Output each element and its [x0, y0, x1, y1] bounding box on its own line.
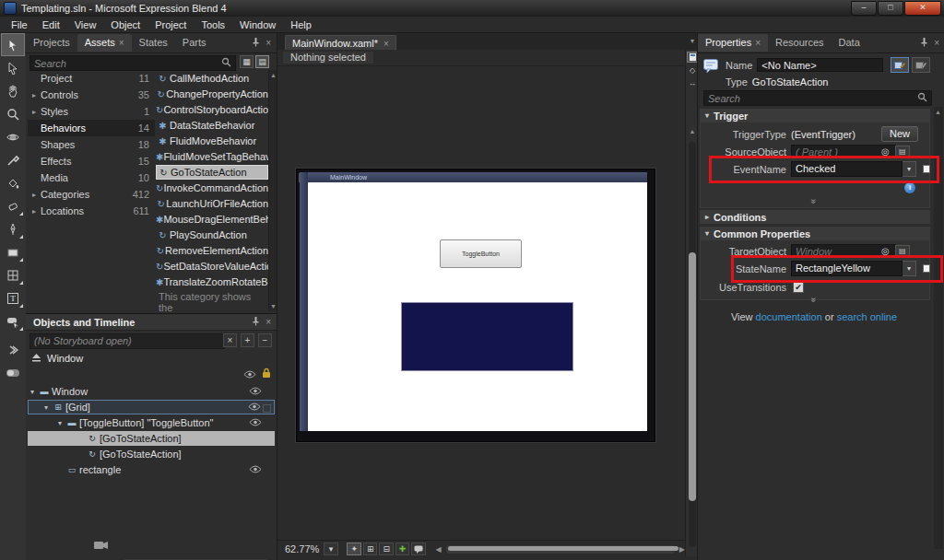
advanced-options-icon[interactable] — [923, 264, 930, 273]
tab-states[interactable]: States — [132, 34, 175, 52]
collapse-icon[interactable]: ▾ — [28, 388, 37, 396]
info-icon[interactable]: i — [904, 182, 915, 193]
advanced-options-icon[interactable] — [923, 165, 930, 173]
close-button[interactable]: ✕ — [904, 1, 941, 16]
paint-bucket-tool[interactable] — [1, 171, 25, 194]
section-common-properties[interactable]: ▾ Common Properties — [700, 227, 930, 240]
asset-category-behaviors[interactable]: Behaviors14 — [28, 120, 155, 136]
eye-icon[interactable] — [243, 369, 256, 380]
lock-icon[interactable] — [262, 368, 271, 380]
design-rectangle[interactable] — [401, 302, 573, 371]
menu-object[interactable]: Object — [103, 17, 148, 33]
eye-icon[interactable] — [249, 464, 262, 475]
tab-close-icon[interactable]: × — [119, 38, 124, 48]
section-trigger[interactable]: ▾ Trigger — [700, 109, 930, 122]
edit-style-icon[interactable] — [891, 57, 909, 73]
asset-item[interactable]: ↻SetDataStoreValueAction — [156, 259, 268, 274]
layout-grid-tool[interactable] — [1, 263, 25, 286]
pin-icon[interactable] — [252, 317, 260, 328]
tree-node-window[interactable]: ▾ ▬ Window — [28, 384, 275, 399]
asset-item[interactable]: ✱TranslateZoomRotateBehavi... — [156, 274, 268, 289]
properties-scrollbar[interactable]: ▲ — [934, 107, 943, 549]
view-details-icon[interactable]: ▤ — [255, 55, 269, 68]
direct-selection-tool[interactable] — [1, 56, 25, 79]
asset-category-locations[interactable]: ▸Locations611 — [28, 203, 155, 219]
timeline-camera-icon[interactable] — [94, 541, 109, 552]
scroll-up-icon[interactable]: ▲ — [934, 109, 942, 115]
expand-section-chevron-icon[interactable]: » — [698, 294, 930, 304]
element-picker-icon[interactable]: ◎ — [881, 146, 890, 157]
snap-to-grid-icon[interactable]: ⊟ — [379, 542, 393, 555]
design-canvas[interactable]: ToggleButton — [308, 182, 647, 431]
data-bind-icon[interactable]: ▤ — [895, 146, 910, 158]
panel-close-icon[interactable]: × — [266, 38, 271, 48]
properties-search-input[interactable] — [703, 90, 932, 106]
eye-icon[interactable] — [248, 402, 261, 413]
edit-template-icon[interactable] — [912, 57, 930, 73]
tree-node-togglebutton[interactable]: ▾ ▬ [ToggleButton] "ToggleButton" — [28, 415, 275, 430]
asset-item[interactable]: ✱MouseDragElementBehavior — [156, 212, 268, 227]
asset-category-shapes[interactable]: Shapes18 — [28, 136, 155, 153]
snap-to-guidelines-icon[interactable]: ✚ — [395, 542, 409, 555]
assets-library-toggle-icon[interactable] — [1, 361, 25, 384]
zoom-level[interactable]: 62.77% — [277, 543, 323, 554]
artboard-hscrollbar[interactable] — [445, 544, 676, 554]
chevron-down-icon[interactable]: ▾ — [903, 261, 916, 276]
camera-orbit-tool[interactable] — [1, 125, 25, 148]
menu-edit[interactable]: Edit — [35, 17, 67, 33]
menu-view[interactable]: View — [67, 17, 104, 33]
pan-tool[interactable] — [1, 79, 25, 102]
asset-item[interactable]: ↻LaunchUriOrFileAction — [156, 196, 268, 211]
asset-item[interactable]: ↻InvokeCommandAction — [156, 181, 268, 195]
scroll-left-icon[interactable]: ◀ — [435, 545, 441, 554]
element-picker-icon[interactable]: ◎ — [881, 246, 890, 256]
button-control-tool[interactable] — [1, 309, 25, 332]
storyboard-options-icon[interactable]: − — [258, 333, 272, 347]
eraser-tool[interactable] — [1, 194, 25, 217]
pin-icon[interactable] — [252, 38, 260, 49]
lock-placeholder-icon[interactable] — [263, 404, 271, 413]
menu-project[interactable]: Project — [148, 17, 194, 33]
asset-item[interactable]: ✱FluidMoveBehavior — [156, 134, 268, 148]
menu-tools[interactable]: Tools — [194, 17, 232, 33]
rectangle-tool[interactable] — [1, 240, 25, 263]
menu-help[interactable]: Help — [283, 17, 319, 33]
tree-node-grid[interactable]: ▾ ⊞ [Grid] — [28, 400, 275, 414]
asset-item[interactable]: ↻ChangePropertyAction — [156, 87, 268, 101]
asset-category-project[interactable]: Project11 — [28, 70, 155, 87]
asset-category-effects[interactable]: Effects15 — [28, 153, 155, 169]
usetransitions-checkbox[interactable]: ✔ — [793, 282, 804, 293]
asset-item[interactable]: ✱FluidMoveSetTagBehavior — [156, 149, 268, 164]
panel-close-icon[interactable]: × — [934, 38, 939, 48]
tab-list-chevron-icon[interactable]: ▾ — [690, 37, 694, 45]
tree-node-rectangle[interactable]: ▭ rectangle — [28, 462, 275, 477]
statename-combobox[interactable]: RectangleYellow ▾ — [791, 261, 916, 276]
zoom-tool[interactable] — [1, 102, 25, 125]
collapse-icon[interactable]: ▾ — [41, 403, 51, 412]
asset-category-styles[interactable]: ▸Styles1 — [28, 103, 155, 120]
tree-node-gotostateaction-selected[interactable]: ↻ [GoToStateAction] — [28, 431, 275, 446]
minimize-button[interactable]: – — [851, 1, 877, 16]
design-togglebutton[interactable]: ToggleButton — [440, 239, 522, 268]
eye-icon[interactable] — [249, 417, 262, 428]
artboard-vscrollbar[interactable] — [689, 142, 696, 547]
new-storyboard-icon[interactable]: + — [241, 333, 254, 347]
tab-parts[interactable]: Parts — [175, 34, 214, 52]
assets-search-input[interactable] — [30, 55, 236, 71]
search-online-link[interactable]: search online — [837, 311, 897, 322]
close-storyboard-icon[interactable]: × — [223, 333, 237, 347]
snapping-toggle-icon[interactable]: ✦ — [347, 542, 360, 555]
asset-item-selected[interactable]: ↻GoToStateAction — [156, 165, 268, 180]
view-list-icon[interactable]: ▦ — [240, 55, 254, 68]
tab-projects[interactable]: Projects — [26, 34, 77, 52]
design-window[interactable]: MainWindow ToggleButton — [296, 169, 655, 442]
asset-item[interactable]: ↻PlaySoundAction — [156, 228, 268, 242]
text-tool[interactable]: T — [1, 286, 25, 309]
targetobject-field[interactable]: Window — [791, 244, 896, 258]
new-trigger-button[interactable]: New — [881, 126, 918, 142]
eye-icon[interactable] — [249, 386, 262, 397]
menu-window[interactable]: Window — [232, 17, 283, 33]
restore-button[interactable]: □ — [878, 1, 903, 16]
chevron-down-icon[interactable]: ▾ — [903, 161, 916, 177]
scope-up-row[interactable]: Window — [31, 353, 83, 364]
